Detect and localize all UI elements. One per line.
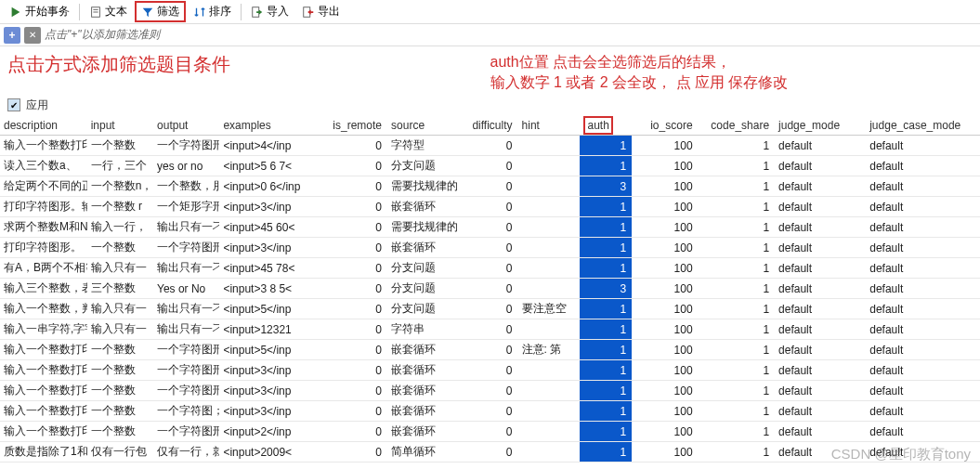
cell-input[interactable]: 一个整数 — [87, 381, 153, 401]
cell-examples[interactable]: <input>4</inp — [219, 136, 323, 156]
cell-hint[interactable] — [518, 156, 581, 176]
cell-judge-mode[interactable]: default — [775, 156, 866, 176]
col-auth[interactable]: auth — [580, 115, 632, 136]
cell-source[interactable]: 需要找规律的 — [387, 176, 460, 197]
cell-is-remote[interactable]: 0 — [323, 156, 387, 176]
cell-source[interactable]: 分支问题 — [387, 299, 460, 319]
cell-description[interactable]: 打印字符图形。输 — [0, 197, 87, 217]
cell-code-share[interactable]: 1 — [699, 238, 776, 258]
cell-difficulty[interactable]: 0 — [460, 217, 517, 238]
cell-examples[interactable]: <input>2009< — [219, 442, 323, 462]
cell-is-remote[interactable]: 0 — [323, 299, 387, 319]
cell-difficulty[interactable]: 0 — [460, 156, 517, 176]
cell-source[interactable]: 分支问题 — [387, 279, 460, 299]
cell-auth[interactable]: 1 — [580, 401, 632, 422]
cell-description[interactable]: 输入一个整数打印 — [0, 340, 87, 360]
cell-auth[interactable]: 1 — [580, 136, 632, 156]
cell-judge-case-mode[interactable]: default — [866, 299, 980, 319]
cell-judge-case-mode[interactable]: default — [866, 258, 980, 279]
cell-hint[interactable]: 要注意空 — [518, 299, 581, 319]
cell-auth[interactable]: 1 — [580, 422, 632, 442]
cell-hint[interactable] — [518, 442, 581, 462]
cell-input[interactable]: 仅有一行包 — [87, 442, 153, 462]
apply-checkbox[interactable]: ✔ — [7, 98, 20, 111]
cell-hint[interactable] — [518, 197, 581, 217]
text-button[interactable]: 文本 — [84, 2, 133, 21]
cell-input[interactable]: 三个整数 — [87, 279, 153, 299]
cell-source[interactable]: 简单循环 — [387, 442, 460, 462]
cell-source[interactable]: 嵌套循环 — [387, 340, 460, 360]
cell-description[interactable]: 给定两个不同的正 — [0, 176, 87, 197]
cell-io-score[interactable]: 100 — [632, 238, 698, 258]
cell-difficulty[interactable]: 0 — [460, 319, 517, 340]
table-row[interactable]: 有A，B两个不相等输入只有一输出只有一刁<input>45 78<0分支问题01… — [0, 258, 980, 279]
table-row[interactable]: 输入一个整数打印一个整数一个字符图刑<input>3</inp0嵌套循环0110… — [0, 381, 980, 401]
cell-source[interactable]: 嵌套循环 — [387, 422, 460, 442]
cell-source[interactable]: 字符型 — [387, 136, 460, 156]
cell-code-share[interactable]: 1 — [699, 156, 776, 176]
cell-code-share[interactable]: 1 — [699, 176, 776, 197]
cell-hint[interactable] — [518, 360, 581, 381]
cell-auth[interactable]: 1 — [580, 381, 632, 401]
cell-examples[interactable]: <input>5</inp — [219, 340, 323, 360]
cell-input[interactable]: 一个整数 — [87, 422, 153, 442]
import-button[interactable]: 导入 — [245, 2, 294, 21]
cell-judge-case-mode[interactable]: default — [866, 401, 980, 422]
cell-code-share[interactable]: 1 — [699, 217, 776, 238]
cell-input[interactable]: 输入只有一 — [87, 299, 153, 319]
cell-difficulty[interactable]: 0 — [460, 422, 517, 442]
cell-auth[interactable]: 1 — [580, 156, 632, 176]
cell-judge-mode[interactable]: default — [775, 279, 866, 299]
cell-code-share[interactable]: 1 — [699, 340, 776, 360]
cell-difficulty[interactable]: 0 — [460, 176, 517, 197]
cell-difficulty[interactable]: 0 — [460, 381, 517, 401]
cell-difficulty[interactable]: 0 — [460, 279, 517, 299]
cell-examples[interactable]: <input>12321 — [219, 319, 323, 340]
col-source[interactable]: source — [387, 115, 460, 136]
cell-judge-case-mode[interactable]: default — [866, 422, 980, 442]
cell-description[interactable]: 输入一个整数打印 — [0, 360, 87, 381]
cell-is-remote[interactable]: 0 — [323, 279, 387, 299]
cell-difficulty[interactable]: 0 — [460, 299, 517, 319]
cell-judge-mode[interactable]: default — [775, 319, 866, 340]
table-row[interactable]: 输入一个整数打印一个整数一个字符图刑<input>3</inp0嵌套循环0110… — [0, 360, 980, 381]
cell-hint[interactable]: 注意: 第 — [518, 340, 581, 360]
cell-is-remote[interactable]: 0 — [323, 217, 387, 238]
cell-output[interactable]: Yes or No — [153, 279, 219, 299]
cell-io-score[interactable]: 100 — [632, 422, 698, 442]
cell-hint[interactable] — [518, 319, 581, 340]
cell-source[interactable]: 字符串 — [387, 319, 460, 340]
col-output[interactable]: output — [153, 115, 219, 136]
cell-is-remote[interactable]: 0 — [323, 136, 387, 156]
cell-judge-case-mode[interactable]: default — [866, 360, 980, 381]
cell-io-score[interactable]: 100 — [632, 156, 698, 176]
cell-is-remote[interactable]: 0 — [323, 381, 387, 401]
cell-output[interactable]: 仅有一行，就 — [153, 442, 219, 462]
cell-judge-case-mode[interactable]: default — [866, 197, 980, 217]
cell-output[interactable]: 一个字符图刑 — [153, 340, 219, 360]
col-hint[interactable]: hint — [518, 115, 581, 136]
cell-code-share[interactable]: 1 — [699, 319, 776, 340]
cell-difficulty[interactable]: 0 — [460, 197, 517, 217]
cell-output[interactable]: 一个字符图刑 — [153, 381, 219, 401]
filter-button[interactable]: 筛选 — [135, 1, 186, 22]
cell-output[interactable]: 输出只有一刁 — [153, 299, 219, 319]
cell-output[interactable]: 一个字符图； — [153, 401, 219, 422]
col-examples[interactable]: examples — [219, 115, 323, 136]
cell-code-share[interactable]: 1 — [699, 381, 776, 401]
cell-output[interactable]: 一个字符图刑 — [153, 360, 219, 381]
start-transaction-button[interactable]: 开始事务 — [4, 2, 75, 21]
cell-source[interactable]: 分支问题 — [387, 156, 460, 176]
cell-is-remote[interactable]: 0 — [323, 197, 387, 217]
cell-difficulty[interactable]: 0 — [460, 238, 517, 258]
cell-code-share[interactable]: 1 — [699, 258, 776, 279]
cell-description[interactable]: 读入三个数a、 — [0, 156, 87, 176]
cell-hint[interactable] — [518, 258, 581, 279]
cell-judge-mode[interactable]: default — [775, 258, 866, 279]
cell-output[interactable]: 一个字符图刑 — [153, 238, 219, 258]
cell-auth[interactable]: 1 — [580, 442, 632, 462]
col-description[interactable]: description — [0, 115, 87, 136]
cell-description[interactable]: 输入一个整数打印 — [0, 136, 87, 156]
cell-source[interactable]: 分支问题 — [387, 258, 460, 279]
cell-description[interactable]: 有A，B两个不相等 — [0, 258, 87, 279]
